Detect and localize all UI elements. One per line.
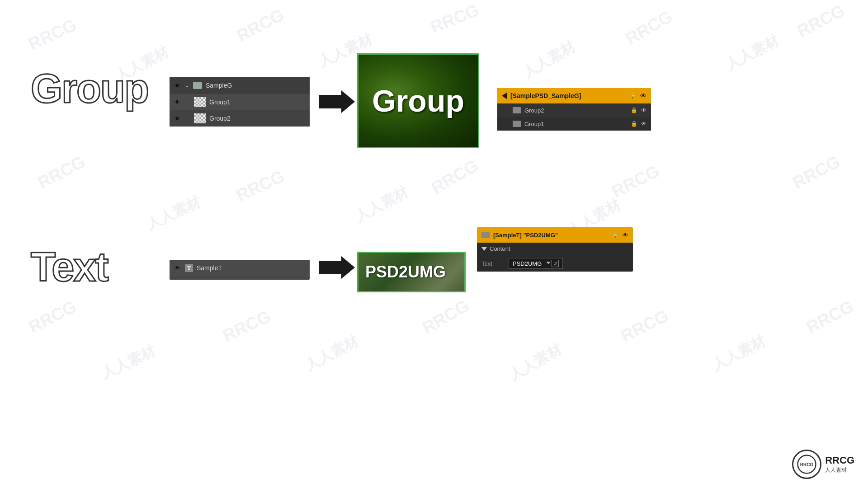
group-title: Group — [31, 66, 148, 112]
t-type-icon: T — [185, 264, 193, 272]
group-unreal-triangle — [502, 93, 507, 99]
content-panel-body: Text PSD2UMG ↺ — [477, 255, 633, 272]
watermark-18: RRCG — [25, 297, 79, 337]
content-text-input[interactable]: PSD2UMG ↺ — [509, 258, 563, 269]
folder-icon — [193, 82, 202, 89]
text-unreal-header: [SampleT] "PSD2UMG" 🔒 👁 — [477, 227, 633, 243]
text-preview-background: PSD2UMG — [359, 253, 464, 291]
watermark-4: RRCG — [623, 7, 676, 49]
layer-thumb-group2 — [194, 113, 206, 123]
watermark-21: RRCG — [618, 306, 671, 346]
text-unreal-header-text: [SampleT] "PSD2UMG" — [493, 232, 558, 239]
layer-name-group2: Group2 — [209, 115, 231, 122]
text-layer-row[interactable]: T SampleT — [170, 260, 310, 276]
content-header-label: Content — [490, 245, 510, 252]
watermark-19: RRCG — [220, 306, 274, 345]
group-unreal-row-group2: Group2 🔒 👁 — [497, 103, 651, 117]
layers-panel-header-row: ⌄ SampleG — [170, 77, 310, 94]
rrcg-text-block: RRCG 人人素材 — [825, 455, 854, 474]
watermark-22: RRCG — [803, 296, 857, 337]
watermark-16: 人人素材 — [351, 182, 412, 227]
watermark-11: RRCG — [233, 166, 288, 205]
text-lock-icon: 🔒 — [612, 232, 619, 239]
watermark-20: RRCG — [419, 296, 472, 338]
layer-chevron[interactable]: ⌄ — [185, 82, 189, 89]
watermark-13: RRCG — [609, 161, 662, 202]
content-text-value: PSD2UMG — [513, 260, 542, 267]
content-panel-header: Content — [477, 243, 633, 255]
content-text-label: Text — [481, 260, 504, 267]
watermark-10: RRCG — [34, 152, 88, 192]
group-eye-icon: 👁 — [640, 92, 646, 99]
group1-label: Group1 — [524, 121, 544, 127]
text-layer-name: SampleT — [197, 264, 222, 272]
watermark-5: RRCG — [794, 1, 848, 41]
group2-thumb — [513, 107, 521, 113]
layer-row-group1[interactable]: Group1 — [170, 94, 310, 110]
text-eye-unreal-icon: 👁 — [623, 232, 628, 239]
watermark-3: RRCG — [428, 0, 482, 38]
text-preview-content: PSD2UMG — [365, 263, 446, 282]
text-type-icon-unreal — [481, 232, 490, 238]
rrcg-subtitle-text: 人人素材 — [825, 466, 854, 474]
group-preview-text: Group — [372, 83, 464, 118]
group2-lock: 🔒 — [631, 107, 637, 113]
group-preview-forest: Group — [359, 55, 478, 147]
group1-thumb — [513, 121, 521, 127]
dropdown-arrow-icon[interactable] — [546, 262, 551, 264]
watermark-25: 人人素材 — [505, 339, 566, 385]
watermark-23: 人人素材 — [98, 341, 159, 384]
text-eye-icon[interactable] — [173, 265, 181, 271]
text-arrow — [319, 254, 355, 281]
watermark-2: RRCG — [233, 5, 287, 46]
svg-marker-0 — [319, 90, 355, 113]
rrcg-title-text: RRCG — [825, 455, 854, 466]
layer-thumb-group1 — [194, 97, 206, 107]
rrcg-logo-svg: RRCG — [797, 454, 817, 474]
layer-name-group1: Group1 — [209, 99, 231, 106]
reset-icon[interactable]: ↺ — [552, 260, 559, 267]
layer-eye-group1[interactable] — [173, 99, 181, 105]
svg-marker-1 — [319, 256, 355, 279]
content-input-controls: ↺ — [546, 260, 559, 267]
rrcg-logo: RRCG RRCG 人人素材 — [792, 450, 854, 479]
group2-label: Group2 — [524, 107, 544, 114]
text-layers-panel: T SampleT — [170, 260, 310, 280]
layer-eye-header[interactable] — [173, 82, 181, 89]
group-layers-panel: ⌄ SampleG Group1 Group2 — [170, 77, 310, 127]
layer-eye-group2[interactable] — [173, 115, 181, 122]
svg-text:RRCG: RRCG — [800, 462, 814, 467]
watermark-24: 人人素材 — [302, 331, 362, 376]
watermark-15: 人人素材 — [143, 192, 204, 235]
text-preview-box: PSD2UMG — [357, 252, 466, 292]
watermark-9: 人人素材 — [722, 31, 783, 75]
group1-lock: 🔒 — [631, 121, 637, 127]
layer-header-name: SampleG — [206, 82, 232, 89]
watermark-12: RRCG — [428, 156, 481, 198]
watermark-8: 人人素材 — [519, 37, 579, 83]
watermark-26: 人人素材 — [708, 331, 769, 375]
text-title: Text — [31, 244, 108, 291]
group-lock-icon: 🔒 — [629, 92, 637, 99]
group-unreal-row-group1: Group1 🔒 👁 — [497, 117, 651, 131]
group-unreal-header-text: [SamplePSD_SampleG] — [510, 92, 581, 99]
group2-eye: 👁 — [641, 107, 646, 113]
group-unreal-panel: [SamplePSD_SampleG] 🔒 👁 Group2 🔒 👁 Group… — [497, 88, 651, 131]
layer-row-group2[interactable]: Group2 — [170, 110, 310, 127]
watermark-14: RRCG — [789, 152, 843, 192]
group-arrow — [319, 88, 355, 115]
group1-eye: 👁 — [641, 121, 646, 127]
group-unreal-header: [SamplePSD_SampleG] 🔒 👁 — [497, 88, 651, 103]
content-collapse-icon[interactable] — [481, 247, 487, 251]
content-panel: Content Text PSD2UMG ↺ — [477, 243, 633, 272]
rrcg-logo-circle: RRCG — [792, 450, 821, 479]
group-preview-box: Group — [357, 53, 479, 148]
watermark-1: RRCG — [25, 15, 80, 54]
